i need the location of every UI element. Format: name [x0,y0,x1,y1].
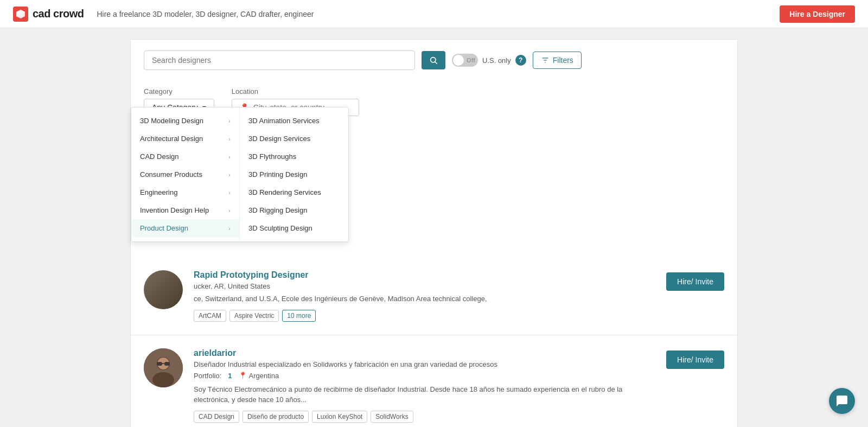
chevron-right-icon: › [228,118,231,124]
card-action: Hire/ Invite [666,270,724,291]
skill-tag: ArtCAM [194,310,226,322]
toggle-knob [453,55,464,66]
filters-row: Category Any Category ▾ Location 📍 [131,79,737,116]
help-icon[interactable]: ? [515,55,526,66]
location-label: Location [232,87,359,95]
skill-tag: Aspire Vectric [229,310,279,322]
svg-line-1 [435,62,437,64]
designer-title: Diseñador Industrial especializado en So… [194,360,655,368]
hire-invite-button[interactable]: Hire/ Invite [666,350,724,369]
dropdown-left-col: 3D Modeling Design › Architectural Desig… [131,107,240,241]
dropdown-item-product[interactable]: Product Design › [131,219,239,237]
skill-tag: CAD Design [194,411,239,423]
dropdown-item-3d-modeling[interactable]: 3D Modeling Design › [131,112,239,130]
designer-name[interactable]: Rapid Prototyping Designer [194,270,655,280]
dropdown-item-engineering[interactable]: Engineering › [131,183,239,201]
svg-rect-9 [157,362,162,366]
us-only-toggle[interactable]: Off [452,54,478,67]
portfolio-label: Portfolio: [194,372,221,380]
dropdown-item-printing[interactable]: 3D Printing Design [240,165,348,183]
chevron-right-icon: › [228,207,231,214]
header-tagline: Hire a freelance 3D modeler, 3D designer… [97,10,314,18]
hire-designer-button[interactable]: Hire a Designer [780,5,855,23]
search-icon [429,56,438,65]
location-tag: 📍 Argentina [239,372,279,380]
search-input[interactable] [144,50,415,70]
table-row: Rapid Prototyping Designer ucker, AR, Un… [131,257,737,335]
category-label: Category [144,87,214,95]
dropdown-item-invention[interactable]: Invention Design Help › [131,201,239,219]
designer-location: Argentina [249,372,279,380]
skill-tag: Diseño de producto [242,411,309,423]
location-pin-icon: 📍 [239,372,247,379]
card-content: Rapid Prototyping Designer ucker, AR, Un… [194,270,655,322]
more-skills-tag[interactable]: 10 more [282,310,316,322]
svg-point-7 [152,372,174,387]
logo-name: cad crowd [33,8,84,20]
dropdown-item-sculpting[interactable]: 3D Sculpting Design [240,219,348,237]
card-content: arieldarior Diseñador Industrial especia… [194,348,655,423]
portfolio-row: Portfolio: 1 📍 Argentina [194,372,655,380]
category-dropdown: 3D Modeling Design › Architectural Desig… [131,107,349,242]
chevron-right-icon: › [228,136,231,142]
chat-button[interactable] [829,388,855,414]
portfolio-number[interactable]: 1 [228,372,232,380]
dropdown-item-animation[interactable]: 3D Animation Services [240,112,348,130]
us-only-wrap: Off U.S. only ? [452,54,526,67]
avatar [144,348,183,387]
chevron-right-icon: › [228,171,231,178]
filters-icon [541,56,550,65]
svg-point-0 [431,58,436,62]
search-input-wrap [144,50,415,70]
chevron-right-icon: › [228,189,231,196]
skill-tags: ArtCAM Aspire Vectric 10 more [194,310,655,322]
table-row: arieldarior Diseñador Industrial especia… [131,335,737,428]
skill-tag: Luxion KeyShot [312,411,367,423]
chevron-right-icon: › [228,154,231,160]
designers-list: Rapid Prototyping Designer ucker, AR, Un… [131,257,737,427]
skill-tag: SolidWorks [371,411,413,423]
dropdown-item-architectural[interactable]: Architectural Design › [131,130,239,148]
dropdown-item-design-services[interactable]: 3D Design Services [240,130,348,148]
header: cad crowd Hire a freelance 3D modeler, 3… [0,0,868,28]
card-action: Hire/ Invite [666,348,724,369]
us-only-label: U.S. only [482,56,511,65]
filters-label: Filters [553,56,573,65]
hire-invite-button[interactable]: Hire/ Invite [666,272,724,291]
header-left: cad crowd Hire a freelance 3D modeler, 3… [13,7,314,22]
avatar-image [144,348,183,387]
designer-name[interactable]: arieldarior [194,348,655,358]
dropdown-item-rigging[interactable]: 3D Rigging Design [240,201,348,219]
chevron-right-icon: › [228,225,231,232]
toggle-label: Off [467,57,475,63]
logo-icon [13,7,28,22]
logo[interactable]: cad crowd [13,7,84,22]
dropdown-item-rendering[interactable]: 3D Rendering Services [240,183,348,201]
search-button[interactable] [422,51,445,69]
filters-button[interactable]: Filters [533,52,582,69]
skill-tags: CAD Design Diseño de producto Luxion Key… [194,411,655,423]
search-section: Off U.S. only ? [131,40,737,70]
designer-location: ucker, AR, United States [194,282,655,290]
designer-bio: ce, Switzerland, and U.S.A, Ecole des In… [194,294,655,304]
chat-icon [835,394,848,407]
designer-bio: Soy Técnico Electromecánico a punto de r… [194,384,655,405]
dropdown-item-consumer[interactable]: Consumer Products › [131,165,239,183]
dropdown-item-flythroughs[interactable]: 3D Flythroughs [240,148,348,165]
svg-rect-10 [164,362,170,366]
search-row: Off U.S. only ? [144,50,724,70]
avatar [144,270,183,309]
dropdown-right-col: 3D Animation Services 3D Design Services… [240,107,348,241]
dropdown-item-cad[interactable]: CAD Design › [131,148,239,165]
